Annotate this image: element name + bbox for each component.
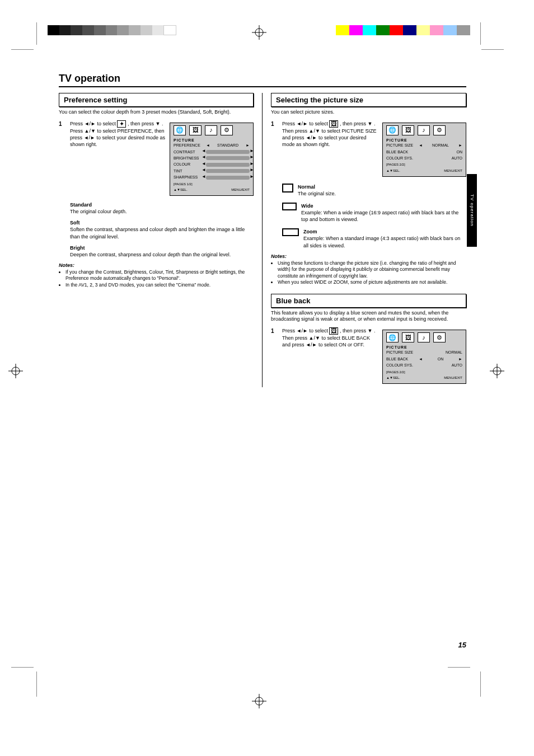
intro-text: You can select the colour depth from 3 p… [59, 109, 254, 116]
note-item: If you change the Contrast, Brightness, … [65, 269, 254, 282]
osd-preview-preference: 🌐 🖼 ♪ ⚙ PICTURE PREFERENCE◄STANDARD► CON… [170, 123, 254, 196]
sound-icon: ♪ [205, 125, 217, 135]
picture-icon: 🖼 [402, 332, 414, 342]
crop-mark [480, 672, 481, 697]
preference-menu-icon: ✦ [117, 120, 126, 128]
right-arrow-icon: ► [312, 135, 317, 140]
mode-desc: Example: When a wide image (16:9 aspect … [301, 210, 458, 222]
left-arrow-icon: ◄ [84, 135, 89, 140]
osd-preview-picture-size: 🌐 🖼 ♪ ⚙ PICTURE PICTURE SIZE◄NORMAL► BLU… [382, 123, 466, 177]
setup-icon: ⚙ [221, 125, 233, 135]
right-arrow-icon: ► [91, 121, 96, 126]
page: TV operation TV operation Preference set… [0, 0, 534, 756]
notes-heading: Notes: [271, 253, 466, 259]
aspect-wide-icon [282, 203, 297, 210]
down-arrow-icon: ▼ [315, 128, 320, 134]
mode-label: Normal [298, 184, 315, 190]
osd-pages: [PAGES 1/2] [174, 182, 250, 186]
left-arrow-icon: ◄ [297, 121, 302, 126]
mode-desc: The original colour depth. [70, 209, 127, 214]
right-arrow-icon: ► [303, 121, 308, 126]
mode-label: Bright [70, 245, 85, 251]
left-arrow-icon: ◄ [306, 342, 311, 348]
step-body: Press ◄/► to select ✦ , then press ▼ . P… [70, 120, 254, 258]
step-1-blue-back: 1 Press ◄/► to select 🖼 , then press ▼ .… [271, 327, 466, 384]
picture-menu-icon: 🖼 [329, 327, 338, 335]
crop-mark [480, 22, 481, 45]
notes-heading: Notes: [59, 262, 254, 268]
osd-title: PICTURE [386, 138, 462, 143]
osd-pages: [PAGES 2/2] [386, 370, 462, 374]
step-body: Press ◄/► to select 🖼 , then press ▼ . T… [282, 327, 466, 384]
grayscale-bar [48, 25, 176, 35]
registration-mark-icon [252, 25, 266, 40]
mode-label: Standard [70, 202, 92, 208]
step-1: 1 Press ◄/► to select 🖼 , then press ▼ .… [271, 120, 466, 249]
mode-label: Wide [301, 203, 313, 209]
picture-icon: 🖼 [189, 125, 202, 135]
left-column: Preference setting You can select the co… [59, 93, 263, 387]
step-1: 1 Press ◄/► to select ✦ , then press ▼ .… [59, 120, 254, 258]
aspect-zoom-icon [282, 228, 299, 236]
step-number: 1 [59, 120, 65, 258]
notes-list: Using these functions to change the pict… [271, 260, 466, 286]
page-number: 15 [458, 641, 466, 649]
sound-icon: ♪ [418, 125, 430, 135]
osd-title: PICTURE [386, 345, 462, 350]
mode-desc: Example: When a standard image (4:3 aspe… [303, 236, 460, 248]
step-body: Press ◄/► to select 🖼 , then press ▼ . T… [282, 120, 466, 249]
left-arrow-icon: ◄ [85, 121, 90, 126]
mode-desc: The original size. [298, 191, 336, 196]
osd-preview-blue-back: 🌐 🖼 ♪ ⚙ PICTURE PICTURE SIZENORMAL BLUE … [382, 330, 466, 384]
globe-icon: 🌐 [386, 332, 399, 342]
right-arrow-icon: ► [312, 342, 317, 348]
left-arrow-icon: ◄ [306, 135, 311, 140]
crop-mark [481, 49, 504, 50]
setup-icon: ⚙ [433, 125, 446, 135]
registration-mark-icon [490, 364, 504, 378]
section-heading-picture-size: Selecting the picture size [271, 93, 466, 107]
intro-text: This feature allows you to display a blu… [271, 310, 466, 323]
step-number: 1 [271, 120, 278, 249]
mode-desc: Deepen the contrast, sharpness and colou… [70, 252, 231, 257]
down-arrow-icon: ▼ [315, 335, 320, 341]
crop-mark [36, 672, 37, 697]
up-arrow-icon: ▲ [309, 128, 314, 134]
note-item: Using these functions to change the pict… [278, 260, 466, 279]
section-heading-preference: Preference setting [59, 93, 254, 107]
down-arrow-icon: ▼ [367, 121, 372, 126]
intro-text: You can select picture sizes. [271, 109, 466, 116]
crop-mark [36, 22, 37, 45]
note-item: When you select WIDE or ZOOM, some of pi… [278, 279, 466, 285]
mode-label: Soft [70, 220, 80, 226]
step-number: 1 [271, 327, 278, 384]
registration-mark-icon [8, 364, 23, 378]
right-arrow-icon: ► [303, 328, 308, 334]
setup-icon: ⚙ [433, 332, 446, 342]
notes-list: If you change the Contrast, Brightness, … [59, 269, 254, 288]
sound-icon: ♪ [418, 332, 430, 342]
section-heading-blue-back: Blue back [271, 294, 466, 308]
down-arrow-icon: ▼ [367, 328, 372, 334]
color-bar [336, 25, 470, 35]
note-item: In the AV1, 2, 3 and DVD modes, you can … [65, 282, 254, 288]
osd-title: PICTURE [174, 138, 250, 143]
aspect-normal-icon [282, 184, 293, 192]
crop-mark [448, 667, 470, 668]
mode-label: Zoom [303, 229, 317, 234]
crop-mark [11, 667, 34, 668]
right-column: Selecting the picture size You can selec… [263, 93, 466, 387]
page-title: TV operation [59, 73, 466, 87]
side-tab: TV operation [467, 174, 477, 247]
crop-mark [11, 49, 34, 50]
left-arrow-icon: ◄ [297, 328, 302, 334]
picture-icon: 🖼 [402, 125, 414, 135]
mode-desc: Soften the contrast, sharpness and colou… [70, 227, 245, 239]
globe-icon: 🌐 [386, 125, 399, 135]
content-area: TV operation TV operation Preference set… [59, 73, 466, 387]
up-arrow-icon: ▲ [309, 335, 314, 341]
down-arrow-icon: ▼ [155, 121, 160, 126]
right-arrow-icon: ► [90, 135, 95, 140]
down-arrow-icon: ▼ [91, 128, 96, 134]
up-arrow-icon: ▲ [85, 128, 90, 134]
